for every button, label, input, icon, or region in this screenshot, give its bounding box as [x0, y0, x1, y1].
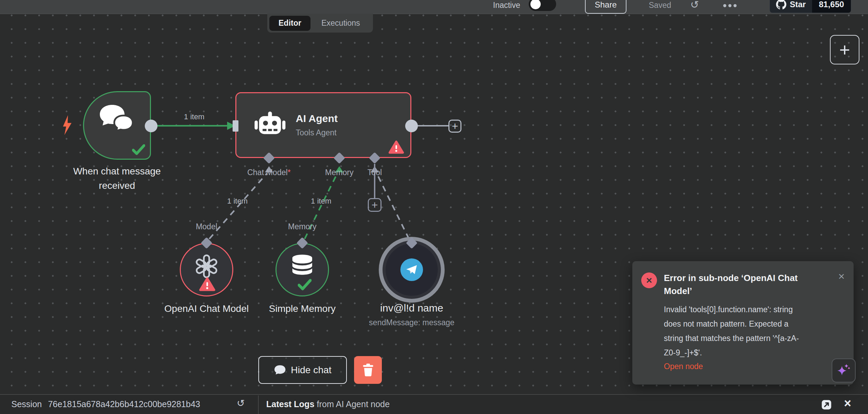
workflow-status-label: Inactive	[493, 1, 520, 10]
ai-assistant-button[interactable]	[832, 358, 856, 382]
agent-memory-port-label: Memory	[325, 168, 353, 177]
tab-editor[interactable]: Editor	[269, 16, 310, 31]
agent-title: AI Agent	[296, 113, 338, 124]
session-reset-icon[interactable]: ↺	[237, 398, 245, 409]
memory-port-label: Memory	[288, 222, 316, 231]
hide-chat-button[interactable]: Hide chat	[258, 356, 347, 384]
database-icon	[290, 254, 315, 277]
toast-close-icon[interactable]: ×	[838, 270, 845, 283]
github-star-widget[interactable]: Star 81,650	[770, 0, 851, 13]
saved-status: Saved	[649, 1, 671, 10]
openai-node-label: OpenAI Chat Model	[164, 302, 249, 316]
share-button[interactable]: Share	[585, 0, 626, 14]
open-node-link[interactable]: Open node	[664, 362, 703, 371]
toggle-knob	[530, 0, 541, 9]
agent-tool-port-label: Tool	[367, 168, 382, 177]
trigger-node-label: When chat message received	[55, 164, 179, 193]
connection-telegram-tool[interactable]	[377, 173, 409, 239]
openai-error-icon	[199, 277, 215, 292]
node-simple-memory[interactable]	[275, 243, 329, 296]
telegram-icon	[400, 258, 423, 281]
session-id: 76e1815a678a42b6b412c00be9281b43	[48, 399, 200, 409]
more-menu-icon[interactable]	[723, 4, 737, 7]
robot-icon	[255, 111, 285, 138]
top-bar: Inactive Share Saved ↺ Star 81,650	[0, 0, 868, 14]
error-badge-icon: ×	[641, 272, 657, 288]
trash-icon	[363, 364, 374, 377]
clear-chat-button[interactable]	[354, 356, 382, 384]
connection-openai-chatmodel[interactable]	[209, 173, 267, 239]
n8n-editor: Inactive Share Saved ↺ Star 81,650 Edito…	[0, 0, 868, 414]
agent-chatmodel-port-label: Chat Model*	[247, 168, 291, 177]
star-count: 81,650	[812, 0, 851, 13]
tab-executions[interactable]: Executions	[310, 19, 371, 28]
star-label: Star	[790, 0, 806, 9]
connection-model-items: 1 item	[227, 197, 248, 206]
chat-bubbles-icon	[98, 103, 134, 134]
add-node-button[interactable]: +	[830, 35, 859, 64]
close-logs-icon[interactable]: ×	[844, 396, 851, 411]
agent-error-icon	[388, 140, 404, 155]
toast-message: Invalid 'tools[0].function.name': string…	[664, 302, 808, 360]
trigger-success-check-icon	[132, 144, 145, 155]
logs-panel-header: Session76e1815a678a42b6b412c00be9281b43 …	[0, 394, 868, 414]
trigger-output-port[interactable]	[145, 120, 157, 132]
tool-add-button[interactable]: +	[368, 198, 382, 212]
session-info: Session76e1815a678a42b6b412c00be9281b43	[11, 399, 200, 409]
agent-output-add-button[interactable]: +	[448, 120, 461, 133]
trigger-bolt-icon	[61, 115, 73, 135]
logs-divider	[258, 395, 259, 414]
github-icon	[776, 0, 786, 10]
telegram-node-sublabel: sendMessage: message	[369, 318, 454, 327]
connection-main-items: 1 item	[184, 112, 204, 121]
toast-title: Error in sub-node ‘OpenAI Chat Model’	[664, 271, 817, 297]
memory-success-check-icon	[298, 279, 312, 291]
memory-node-label: Simple Memory	[269, 302, 336, 316]
openai-port-label: Model	[196, 222, 218, 231]
view-tabs: Editor Executions	[267, 14, 373, 33]
open-logs-window-icon[interactable]	[820, 398, 833, 413]
telegram-node-label: inv@l!d name	[380, 301, 443, 315]
connection-memory-items: 1 item	[311, 197, 331, 206]
workflow-active-toggle[interactable]	[529, 0, 556, 11]
agent-output-port[interactable]	[405, 120, 418, 132]
chat-bubble-icon	[274, 365, 286, 376]
agent-input-port[interactable]	[233, 120, 238, 132]
error-toast: × Error in sub-node ‘OpenAI Chat Model’ …	[632, 261, 854, 385]
agent-subtitle: Tools Agent	[296, 128, 337, 137]
latest-logs-title: Latest Logs from AI Agent node	[266, 399, 390, 409]
openai-logo-icon	[193, 253, 220, 280]
history-icon[interactable]: ↺	[690, 0, 699, 11]
sparkles-icon	[836, 363, 852, 378]
node-openai-chat-model[interactable]	[180, 243, 233, 296]
node-chat-trigger[interactable]	[83, 91, 151, 160]
